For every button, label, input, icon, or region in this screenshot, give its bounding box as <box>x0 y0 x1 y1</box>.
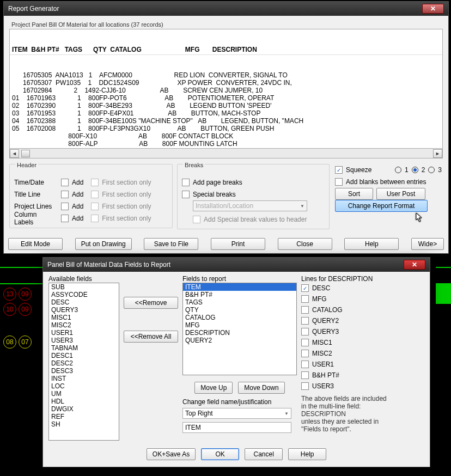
put-on-drawing-button[interactable]: Put on Drawing <box>75 238 132 250</box>
cad-marker: 07 <box>19 335 32 349</box>
desc-line-checkbox[interactable] <box>301 284 309 292</box>
desc-line-label: QUERY2 <box>312 317 339 325</box>
desc-line-checkbox[interactable] <box>301 306 309 314</box>
list-item[interactable]: ASSYCODE <box>49 291 119 298</box>
add-checkbox[interactable] <box>61 203 69 210</box>
horizontal-scrollbar[interactable]: ◄ ► <box>9 149 443 158</box>
list-item[interactable]: REF <box>49 413 119 420</box>
desc-line-label: QUERY3 <box>312 328 339 335</box>
help-button[interactable]: Help <box>344 238 399 250</box>
scroll-right-icon[interactable]: ► <box>433 149 442 158</box>
desc-line-checkbox[interactable] <box>301 382 309 390</box>
list-item[interactable]: TABNAM <box>49 344 119 352</box>
cad-marker: 13 <box>3 288 16 301</box>
list-item[interactable]: B&H PT# <box>183 291 296 298</box>
header-group-label: Header <box>15 162 38 168</box>
move-down-button[interactable]: Move Down <box>238 382 284 394</box>
special-breaks-label: Special breaks <box>193 191 236 198</box>
list-item[interactable]: QUERY2 <box>183 337 296 344</box>
blanks-label: Add blanks between entries <box>346 178 426 186</box>
report-table: ITEM B&H PT# TAGS QTY CATALOG MFG DESCRI… <box>9 29 443 149</box>
remove-all-button[interactable]: <<Remove All <box>124 331 178 343</box>
page-breaks-checkbox[interactable] <box>182 179 190 186</box>
desc-line-checkbox[interactable] <box>301 317 309 325</box>
list-item[interactable]: SUB <box>49 283 119 291</box>
cad-marker: 09 <box>19 303 32 316</box>
squeeze-radio-1[interactable] <box>395 167 401 173</box>
list-item[interactable]: ITEM <box>183 283 296 291</box>
list-item[interactable]: MISC2 <box>49 321 119 329</box>
add-checkbox[interactable] <box>61 191 69 198</box>
titlebar[interactable]: Report Generator ✕ <box>4 2 448 16</box>
squeeze-radio-2[interactable] <box>412 167 418 173</box>
squeeze-checkbox[interactable] <box>335 166 343 174</box>
field-name-input[interactable]: ITEM <box>182 422 291 433</box>
list-item[interactable]: LOC <box>49 382 119 390</box>
first-section-checkbox <box>91 191 99 198</box>
desc-line-label: DESC <box>312 284 330 292</box>
list-item[interactable]: SH <box>49 420 119 428</box>
header-row-label: Title Line <box>14 191 58 198</box>
close-icon[interactable]: ✕ <box>422 4 444 14</box>
list-item[interactable]: UM <box>49 390 119 398</box>
edit-mode-button[interactable]: Edit Mode <box>8 238 63 250</box>
list-item[interactable]: DESC2 <box>49 359 119 367</box>
list-item[interactable]: DESC <box>49 298 119 306</box>
remove-button[interactable]: <<Remove <box>124 297 178 309</box>
scroll-left-icon[interactable]: ◄ <box>10 149 19 158</box>
move-up-button[interactable]: Move Up <box>194 382 233 394</box>
desc-line-label: MISC1 <box>312 339 332 346</box>
list-item[interactable]: QTY <box>183 306 296 314</box>
list-item[interactable]: MISC1 <box>49 314 119 321</box>
ok-save-as-button[interactable]: OK+Save As <box>147 448 196 460</box>
list-item[interactable]: MFG <box>183 321 296 329</box>
desc-line-checkbox[interactable] <box>301 295 309 303</box>
list-item[interactable]: QUERY3 <box>49 306 119 314</box>
blanks-checkbox[interactable] <box>335 178 343 186</box>
fields-to-report-list[interactable]: ITEMB&H PT#TAGSQTYCATALOGMFGDESCRIPTIONQ… <box>182 283 297 375</box>
list-item[interactable]: USER1 <box>49 329 119 337</box>
titlebar[interactable]: Panel Bill of Material Data Fields to Re… <box>43 258 430 272</box>
desc-line-checkbox[interactable] <box>301 350 309 357</box>
desc-note: in the multi-line field: <box>301 402 424 410</box>
list-item[interactable]: TAGS <box>183 298 296 306</box>
desc-line-label: USER1 <box>312 361 334 368</box>
close-button[interactable]: Close <box>278 238 332 250</box>
ok-button[interactable]: OK <box>201 448 239 460</box>
sort-button[interactable]: Sort <box>335 188 373 200</box>
desc-line-checkbox[interactable] <box>301 371 309 379</box>
page-breaks-label: Add page breaks <box>193 179 242 186</box>
add-checkbox[interactable] <box>61 179 69 186</box>
header-row-label: Time/Date <box>14 179 58 186</box>
list-item[interactable]: DESCRIPTION <box>183 329 296 337</box>
list-item[interactable]: USER3 <box>49 337 119 344</box>
breaks-group-label: Breaks <box>183 162 205 168</box>
justification-dropdown[interactable]: Top Right <box>182 408 291 419</box>
save-to-file-button[interactable]: Save to File <box>144 238 198 250</box>
wide-button[interactable]: Wide> <box>411 238 444 250</box>
list-item[interactable]: HDL <box>49 398 119 405</box>
available-fields-list[interactable]: SUBASSYCODEDESCQUERY3MISC1MISC2USER1USER… <box>48 283 119 441</box>
desc-line-checkbox[interactable] <box>301 361 309 368</box>
print-button[interactable]: Print <box>211 238 265 250</box>
list-item[interactable]: DESC3 <box>49 367 119 375</box>
cancel-button[interactable]: Cancel <box>245 448 283 460</box>
squeeze-radio-3[interactable] <box>428 167 435 173</box>
first-section-checkbox <box>91 179 99 186</box>
window-title: Panel Bill of Material Data Fields to Re… <box>47 261 404 268</box>
list-item[interactable]: INST <box>49 375 119 382</box>
desc-line-checkbox[interactable] <box>301 328 309 335</box>
scroll-thumb[interactable] <box>21 150 30 157</box>
add-checkbox[interactable] <box>61 215 69 222</box>
list-item[interactable]: DWGIX <box>49 405 119 413</box>
user-post-button[interactable]: User Post <box>376 188 425 200</box>
special-breaks-checkbox[interactable] <box>182 191 190 198</box>
help-button[interactable]: Help <box>288 448 326 460</box>
desc-note: The above fields are included <box>301 395 424 402</box>
list-item[interactable]: DESC1 <box>49 352 119 359</box>
desc-line-checkbox[interactable] <box>301 339 309 346</box>
summary-text: Project Panel Bill Of Material for all l… <box>9 19 443 29</box>
list-item[interactable]: CATALOG <box>183 314 296 321</box>
close-icon[interactable]: ✕ <box>404 260 425 270</box>
change-report-format-button[interactable]: Change Report Format <box>335 200 428 212</box>
